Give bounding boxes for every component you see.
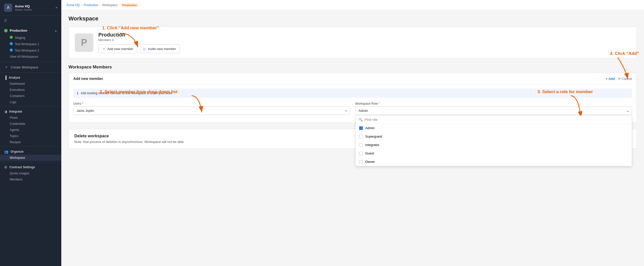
sidebar-item-agents[interactable]: Agents [0, 127, 61, 133]
cancel-button[interactable]: ✕ Cancel [618, 77, 632, 81]
role-dropdown: 🔍 ✓ Admin Superguest [355, 115, 632, 166]
org-name: Acme HQ [15, 4, 56, 8]
sidebar-item-credentials[interactable]: Credentials [0, 121, 61, 127]
workspace-info: Production Members 4 ＋ Add new member ▷ … [98, 32, 630, 53]
sidebar: A Acme HQ Status: Active ▾ ☰ Production … [0, 0, 61, 266]
role-search: 🔍 [356, 116, 632, 124]
workspace-members-count: Members 4 [98, 38, 630, 42]
users-select[interactable]: Janis Joplin ▾ [73, 106, 350, 115]
contract-settings-group[interactable]: ⚙ Contract Settings [0, 163, 61, 170]
role-option-integrator[interactable]: Integrator [356, 141, 632, 149]
role-option-guest[interactable]: Guest [356, 149, 632, 158]
members-panel-body: ℹ Add existing contract member to this w… [69, 84, 637, 123]
topbar: Acme HQ / Production / Workspace Product… [61, 0, 644, 10]
breadcrumb-workspace: Workspace [102, 3, 118, 7]
sidebar-item-view-all[interactable]: View All Workspaces [0, 54, 61, 60]
selected-user: Janis Joplin [77, 109, 345, 113]
users-form-group: Users * Janis Joplin ▾ [73, 102, 350, 115]
role-integrator-label: Integrator [365, 143, 380, 147]
sidebar-item-logs[interactable]: Logs [0, 99, 61, 105]
breadcrumb-acme[interactable]: Acme HQ [66, 3, 80, 7]
role-option-owner[interactable]: Owner [356, 158, 632, 166]
sidebar-item-containers[interactable]: Containers [0, 93, 61, 99]
guest-checkbox[interactable] [359, 152, 363, 155]
sidebar-item-executions[interactable]: Executions [0, 87, 61, 93]
superguest-checkbox[interactable] [359, 135, 363, 138]
integrate-group[interactable]: ◑ Integrate [0, 107, 61, 115]
role-label: Workspace Role * [355, 102, 632, 105]
content-area: Workspace P Production Members 4 ＋ Add n… [61, 10, 644, 266]
workspace-avatar: P [75, 33, 93, 52]
main-content: Acme HQ / Production / Workspace Product… [61, 0, 644, 266]
organize-icon: 👥 [4, 150, 8, 154]
send-icon: ▷ [144, 47, 146, 51]
integrate-label: Integrate [9, 110, 22, 113]
invite-member-label: Invite new member [148, 47, 176, 51]
panel-actions: + Add ✕ Cancel [606, 77, 632, 81]
staging-dot [10, 36, 13, 39]
contract-settings-label: Contract Settings [9, 165, 35, 169]
breadcrumb-sep2: / [100, 3, 101, 7]
sidebar-item-workspace[interactable]: Workspace [0, 155, 61, 161]
chevron-up-icon: ▲ [54, 29, 57, 32]
sidebar-item-recipes[interactable]: Recipes [0, 139, 61, 145]
chevron-down-icon: ▾ [56, 6, 57, 9]
info-icon: ℹ [77, 91, 78, 95]
role-select[interactable]: Admin ▴ [355, 106, 632, 115]
members-section-title: Workspace Members [68, 65, 637, 70]
required-indicator: * [82, 102, 83, 105]
env-badge: Production [120, 3, 139, 7]
integrator-checkbox[interactable] [359, 143, 363, 147]
production-section: Production ▲ Staging Test Workspace 1 Te… [0, 26, 61, 61]
page-title: Workspace [68, 15, 637, 22]
role-search-input[interactable] [365, 118, 629, 122]
analyze-label: Analyze [9, 76, 20, 79]
sidebar-item-dashboard[interactable]: Dashboard [0, 81, 61, 87]
members-panel-header: Add new member + Add ✕ Cancel [69, 73, 637, 84]
org-header[interactable]: A Acme HQ Status: Active ▾ [0, 0, 61, 16]
workspace-card: P Production Members 4 ＋ Add new member … [68, 27, 637, 58]
sidebar-item-flows[interactable]: Flows [0, 115, 61, 121]
invite-new-member-button[interactable]: ▷ Invite new member [140, 44, 180, 53]
search-icon: 🔍 [359, 118, 363, 122]
info-text: Add existing contract member to this wor… [81, 91, 173, 95]
breadcrumb-sep1: / [81, 3, 82, 7]
integrate-icon: ◑ [4, 110, 7, 114]
production-dot [4, 29, 8, 32]
hamburger-icon[interactable]: ☰ [0, 16, 61, 26]
settings-icon: ⚙ [4, 165, 7, 169]
create-workspace-item[interactable]: ＋ Create Workspace [0, 63, 61, 71]
analyze-group[interactable]: ▐ Analyze [0, 74, 61, 81]
organize-label: Organize [10, 150, 24, 153]
ws2-dot [10, 49, 13, 52]
role-guest-label: Guest [365, 151, 374, 155]
organize-group[interactable]: 👥 Organize [0, 148, 61, 155]
sidebar-item-quota[interactable]: Quota Usages [0, 170, 61, 176]
sidebar-item-test-ws-2[interactable]: Test Workspace 2 [0, 47, 61, 54]
workspace-name: Production [98, 32, 630, 38]
required-indicator: * [378, 102, 380, 105]
sidebar-item-staging[interactable]: Staging [0, 34, 61, 41]
role-option-superguest[interactable]: Superguest [356, 132, 632, 141]
org-logo: A [4, 4, 12, 12]
analyze-icon: ▐ [4, 76, 7, 80]
production-label: Production [10, 29, 54, 32]
admin-checkbox[interactable]: ✓ [359, 126, 363, 130]
members-panel: Add new member + Add ✕ Cancel ℹ Add exis… [68, 73, 637, 123]
role-form-group: Workspace Role * Admin ▴ 🔍 [355, 102, 632, 115]
role-option-admin[interactable]: ✓ Admin [356, 124, 632, 132]
sidebar-item-topics[interactable]: Topics [0, 133, 61, 139]
role-superguest-label: Superguest [365, 135, 382, 138]
info-box: ℹ Add existing contract member to this w… [73, 89, 632, 98]
add-button[interactable]: + Add [606, 77, 615, 81]
chevron-down-icon: ▾ [345, 109, 347, 113]
breadcrumb-production[interactable]: Production [84, 3, 98, 7]
add-new-member-button[interactable]: ＋ Add new member [98, 44, 137, 53]
add-member-label: Add new member [107, 47, 133, 51]
breadcrumb: Acme HQ / Production / Workspace [66, 3, 118, 7]
sidebar-item-test-ws-1[interactable]: Test Workspace 1 [0, 41, 61, 47]
role-admin-label: Admin [365, 126, 375, 130]
owner-checkbox[interactable] [359, 160, 363, 164]
production-header[interactable]: Production ▲ [0, 27, 61, 34]
sidebar-item-members[interactable]: Members [0, 176, 61, 183]
